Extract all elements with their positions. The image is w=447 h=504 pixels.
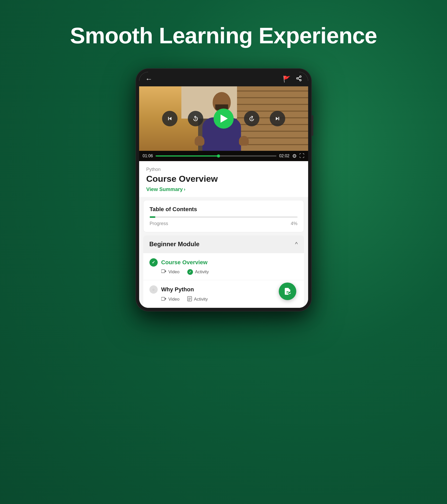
- progress-track-fill: [150, 216, 156, 218]
- course-title: Course Overview: [146, 174, 301, 184]
- forward-button[interactable]: 10: [244, 111, 259, 126]
- header-actions: 🚩: [283, 75, 302, 83]
- svg-text:10: 10: [195, 118, 197, 120]
- video-icon: [161, 269, 166, 275]
- current-time: 01:06: [143, 154, 153, 158]
- progress-dot: [217, 154, 220, 158]
- phone-screen: ← 🚩: [139, 72, 308, 308]
- flag-icon[interactable]: 🚩: [283, 76, 291, 83]
- svg-rect-11: [161, 270, 165, 273]
- share-icon[interactable]: [296, 75, 302, 83]
- svg-marker-9: [276, 117, 278, 120]
- video-settings-icons: ⚙ ⛶: [292, 153, 305, 159]
- activity-checkmark: ✓: [189, 270, 191, 274]
- view-summary-link[interactable]: View Summary ›: [146, 186, 301, 192]
- fab-button[interactable]: [279, 283, 296, 300]
- activity-label: Activity: [194, 297, 208, 302]
- module-header[interactable]: Beginner Module ^: [143, 235, 304, 253]
- video-progress-fill: [156, 155, 218, 156]
- collapse-icon[interactable]: ^: [295, 241, 298, 247]
- svg-line-3: [298, 77, 299, 78]
- svg-rect-6: [168, 117, 169, 120]
- video-label: Video: [168, 297, 180, 302]
- video-icon: [161, 297, 166, 302]
- svg-point-1: [297, 78, 298, 79]
- video-bottom-bar: 01:06 02:02 ⚙ ⛶: [139, 151, 308, 161]
- checkmark-icon: ✓: [152, 260, 155, 265]
- back-button[interactable]: ←: [145, 75, 153, 83]
- view-summary-label: View Summary: [146, 186, 183, 192]
- empty-check-icon: ○: [152, 287, 154, 292]
- lesson-meta: Video ✓ Activity: [149, 269, 298, 275]
- progress-row: Progress 4%: [150, 221, 298, 226]
- video-label: Video: [168, 269, 180, 275]
- chevron-right-icon: ›: [184, 187, 185, 192]
- video-player[interactable]: 10 10: [139, 86, 308, 161]
- video-controls: 10 10: [139, 86, 308, 151]
- video-meta: Video: [161, 269, 180, 275]
- fab-icon: [283, 287, 292, 295]
- play-button[interactable]: [214, 109, 234, 129]
- lesson-item[interactable]: ○ Why Python Video: [143, 280, 304, 308]
- next-button[interactable]: [270, 111, 285, 126]
- lesson-meta: Video Activity: [149, 296, 298, 303]
- svg-rect-15: [188, 296, 192, 301]
- progress-percent: 4%: [291, 221, 297, 226]
- svg-text:10: 10: [251, 118, 253, 120]
- activity-meta: ✓ Activity: [187, 269, 209, 275]
- rewind-button[interactable]: 10: [188, 111, 203, 126]
- course-category: Python: [146, 167, 301, 172]
- svg-line-4: [298, 79, 299, 80]
- activity-complete-icon: ✓: [187, 269, 193, 275]
- module-title: Beginner Module: [149, 241, 200, 248]
- video-meta: Video: [161, 296, 180, 303]
- fullscreen-icon[interactable]: ⛶: [299, 153, 305, 159]
- svg-point-0: [300, 76, 301, 77]
- activity-doc-icon: [187, 296, 192, 303]
- svg-marker-12: [165, 270, 166, 272]
- lesson-complete-icon: ✓: [149, 258, 158, 267]
- toc-title: Table of Contents: [150, 206, 298, 213]
- lesson-name: Why Python: [161, 286, 194, 293]
- total-time: 02:02: [279, 154, 289, 158]
- toc-section: Table of Contents Progress 4%: [143, 200, 304, 232]
- svg-marker-14: [165, 298, 166, 300]
- progress-track: [150, 216, 298, 218]
- play-icon: [221, 114, 228, 123]
- svg-marker-5: [169, 117, 171, 120]
- svg-rect-10: [278, 117, 279, 120]
- page-title: Smooth Learning Experience: [70, 23, 377, 48]
- video-progress-bar[interactable]: [156, 155, 277, 156]
- lesson-top: ✓ Course Overview: [149, 258, 298, 267]
- lesson-item[interactable]: ✓ Course Overview Video: [143, 253, 304, 280]
- course-content: Python Course Overview View Summary › Ta…: [139, 161, 308, 308]
- prev-button[interactable]: [162, 111, 178, 126]
- lesson-incomplete-icon: ○: [149, 285, 158, 294]
- lesson-name: Course Overview: [161, 259, 208, 266]
- course-header: Python Course Overview View Summary ›: [139, 161, 308, 197]
- lesson-top: ○ Why Python: [149, 285, 298, 294]
- phone-frame: ← 🚩: [136, 69, 311, 311]
- svg-point-2: [300, 79, 301, 81]
- settings-icon[interactable]: ⚙: [292, 153, 297, 159]
- video-header-bar: ← 🚩: [139, 72, 308, 86]
- svg-rect-13: [161, 297, 165, 300]
- activity-meta: Activity: [187, 296, 208, 303]
- progress-label: Progress: [150, 221, 168, 226]
- device-mockup: ← 🚩: [136, 69, 311, 311]
- activity-label: Activity: [195, 269, 209, 275]
